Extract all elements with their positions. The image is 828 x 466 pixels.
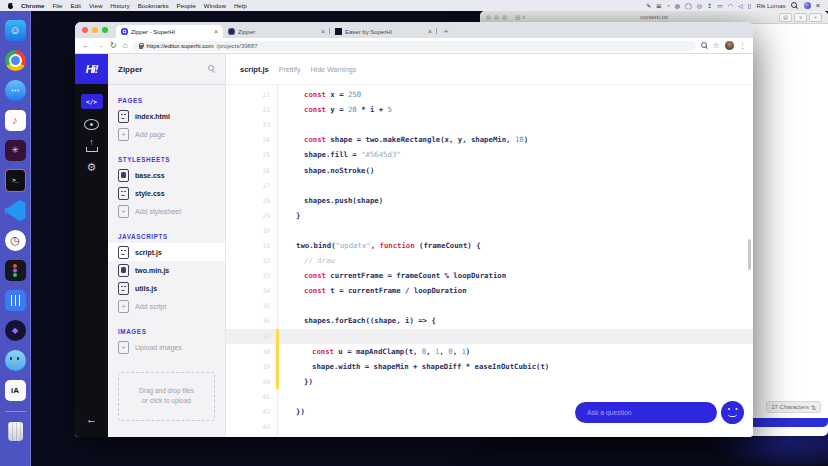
- ask-question-input[interactable]: [585, 408, 707, 417]
- hide-warnings-button[interactable]: Hide Warnings: [311, 66, 357, 73]
- sidebar-item-index-html[interactable]: index.html: [108, 107, 225, 125]
- sidebar-item-base-css[interactable]: base.css: [108, 166, 225, 184]
- code-line[interactable]: 38const u = mapAndClamp(t, 0, 1, 0, 1): [226, 344, 753, 359]
- menu-file[interactable]: File: [52, 2, 62, 9]
- tab-close-icon[interactable]: ×: [321, 28, 325, 35]
- code-line[interactable]: 22const y = 20 * i + 5: [226, 102, 753, 117]
- sidebar-item-add-page[interactable]: Add page: [108, 125, 225, 143]
- tab-close-icon[interactable]: ×: [428, 28, 432, 35]
- upload-dropzone[interactable]: Drag and drop filesor click to upload: [118, 372, 215, 421]
- spotlight-search-icon[interactable]: [791, 2, 798, 10]
- sidebar-item-add-script[interactable]: Add script: [108, 297, 225, 315]
- pencil-icon[interactable]: ✎: [646, 3, 651, 9]
- sidebar-item-utils-js[interactable]: utils.js: [108, 279, 225, 297]
- finder-icon[interactable]: ☺: [5, 20, 26, 41]
- zoom-button[interactable]: [102, 27, 108, 33]
- open-file-tab[interactable]: script.js: [240, 65, 269, 74]
- tab-easer[interactable]: Easer by SuperHi×: [330, 25, 437, 38]
- forward-icon[interactable]: →: [96, 42, 104, 50]
- publish-button[interactable]: [86, 140, 98, 152]
- twitterrific-icon[interactable]: [5, 350, 26, 371]
- code-line[interactable]: 27: [226, 178, 753, 193]
- screenflow-icon[interactable]: ◆: [5, 320, 26, 341]
- code-lines[interactable]: 21const x = 25022const y = 20 * i + 5232…: [226, 85, 753, 437]
- preview-button[interactable]: [84, 119, 99, 130]
- menu-view[interactable]: View: [89, 2, 102, 9]
- back-icon[interactable]: ←: [82, 42, 90, 50]
- siri-icon[interactable]: [804, 2, 811, 9]
- character-count-badge[interactable]: 17 Characters ⇅: [766, 401, 821, 413]
- display-icon[interactable]: ▭: [717, 3, 723, 9]
- messages-icon[interactable]: ⋯: [5, 80, 26, 101]
- sidebar-item-style-css[interactable]: style.css: [108, 184, 225, 202]
- menu-bookmarks[interactable]: Bookmarks: [138, 2, 169, 9]
- tab-close-icon[interactable]: ×: [214, 28, 218, 35]
- ask-question-bar[interactable]: [575, 402, 717, 423]
- code-line[interactable]: 44two.play(): [226, 434, 753, 437]
- menu-history[interactable]: History: [110, 2, 129, 9]
- new-document-button[interactable]: +: [809, 13, 822, 22]
- terminal-icon[interactable]: >_: [5, 170, 26, 191]
- menu-edit[interactable]: Edit: [70, 2, 81, 9]
- sidebar-item-two-min-js[interactable]: two.min.js: [108, 261, 225, 279]
- minimize-button[interactable]: [92, 27, 98, 33]
- code-view-button[interactable]: </>: [81, 94, 103, 109]
- settings-button[interactable]: ⚙: [87, 162, 97, 173]
- sidebar-item-add-stylesheet[interactable]: Add stylesheet: [108, 202, 225, 220]
- camera-icon[interactable]: ◎: [697, 3, 702, 9]
- library-toggle-button[interactable]: ▤: [779, 13, 792, 22]
- apple-menu-icon[interactable]: [8, 3, 13, 9]
- code-line[interactable]: 34const t = currentFrame / loopDuration: [226, 283, 753, 298]
- code-line[interactable]: 30: [226, 223, 753, 238]
- sync-icon[interactable]: ◯: [685, 3, 692, 9]
- bookmark-star-icon[interactable]: ☆: [713, 42, 720, 50]
- sidebar-item-script-js[interactable]: script.js: [108, 243, 225, 261]
- music-icon[interactable]: ♪: [5, 110, 26, 131]
- keeper-icon[interactable]: ◍: [675, 3, 680, 9]
- browser-menu-icon[interactable]: ⋮: [739, 42, 746, 49]
- screen-share-icon[interactable]: ⊞: [656, 3, 661, 9]
- code-line[interactable]: 35: [226, 298, 753, 313]
- editor-scrollbar[interactable]: [748, 239, 751, 270]
- home-icon[interactable]: ⌂: [123, 42, 128, 50]
- code-line[interactable]: 40}): [226, 374, 753, 389]
- close-button[interactable]: [82, 27, 88, 33]
- code-line[interactable]: 24const shape = two.makeRectangle(x, y, …: [226, 132, 753, 147]
- code-line[interactable]: 28shapes.push(shape): [226, 193, 753, 208]
- clock-icon[interactable]: ◔: [666, 3, 670, 9]
- ia-writer-icon[interactable]: iA: [5, 380, 26, 401]
- profile-avatar[interactable]: [725, 41, 734, 50]
- code-line[interactable]: 37: [226, 329, 753, 344]
- volume-icon[interactable]: ◁: [738, 3, 743, 9]
- figma-icon[interactable]: [5, 260, 26, 281]
- update-icon[interactable]: ↥: [707, 3, 712, 9]
- notification-center-icon[interactable]: ≡: [816, 2, 820, 9]
- menu-chrome[interactable]: Chrome: [21, 2, 44, 9]
- chrome-icon[interactable]: [5, 50, 26, 71]
- user-menu[interactable]: Rik Lomas: [756, 2, 785, 9]
- menu-help[interactable]: Help: [234, 2, 247, 9]
- code-line[interactable]: 26shape.noStroke(): [226, 162, 753, 177]
- reload-icon[interactable]: ↻: [110, 42, 117, 50]
- dropdown-button[interactable]: ∨: [794, 13, 807, 22]
- battery-icon[interactable]: ▯: [748, 3, 751, 9]
- wifi-icon[interactable]: ◠: [728, 3, 733, 9]
- tab-superhi[interactable]: Zipper - SuperHi×: [116, 25, 223, 38]
- help-smiley-button[interactable]: [721, 401, 744, 424]
- zoom-search-icon[interactable]: [701, 42, 708, 50]
- address-bar[interactable]: https://editor.superhi.com/projects/3988…: [133, 41, 696, 51]
- superhi-logo[interactable]: Hi!: [75, 54, 108, 84]
- code-line[interactable]: 39shape.width = shapeMin + shapeDiff * e…: [226, 359, 753, 374]
- sidebar-item-upload-images[interactable]: Upload images: [108, 338, 225, 356]
- tab-zipper[interactable]: Zipper×: [223, 25, 330, 38]
- code-line[interactable]: 33const currentFrame = frameCount % loop…: [226, 268, 753, 283]
- code-line[interactable]: 31two.bind("update", function (frameCoun…: [226, 238, 753, 253]
- back-button[interactable]: ←: [86, 413, 97, 425]
- trash-icon[interactable]: [5, 421, 26, 442]
- search-icon[interactable]: [208, 65, 215, 73]
- code-line[interactable]: 23: [226, 117, 753, 132]
- slack-icon[interactable]: ✳: [5, 140, 26, 161]
- code-line[interactable]: 21const x = 250: [226, 87, 753, 102]
- intercom-icon[interactable]: [5, 290, 26, 311]
- clock-app-icon[interactable]: ◷: [5, 230, 26, 251]
